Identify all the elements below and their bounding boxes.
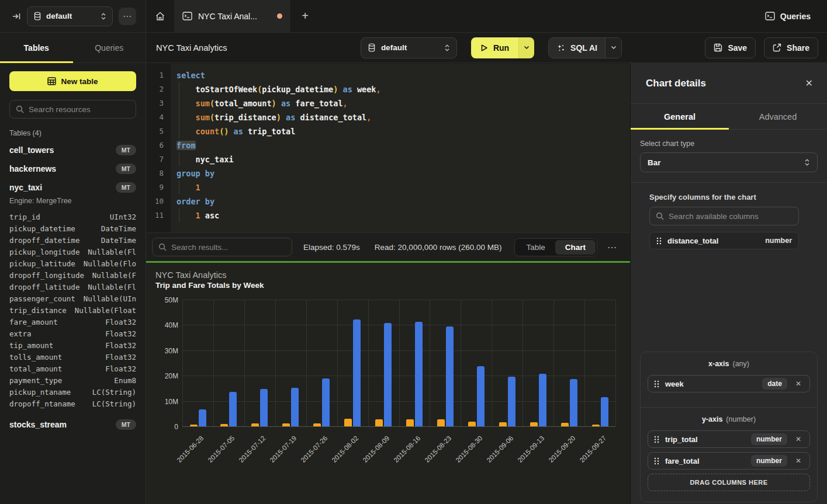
bar-trip-total [375, 419, 383, 426]
y-axis-section: y-axis(number) trip_totalnumber✕fare_tot… [641, 407, 817, 502]
column-list: trip_idUInt32pickup_datetimeDateTimedrop… [0, 211, 146, 409]
column-row: dropoff_datetimeDateTime [0, 234, 146, 246]
column-type: Nullable(Fl [88, 248, 136, 256]
chart-type-select[interactable]: Bar [640, 152, 818, 172]
column-name: pickup_datetime [9, 224, 75, 233]
view-toggle-table[interactable]: Table [516, 240, 555, 255]
y-tick-label: 50M [149, 296, 178, 304]
column-type: Nullable(UIn [84, 294, 136, 303]
column-type: Nullable(Flo [84, 259, 136, 268]
code-token [177, 155, 196, 164]
tab-nyc-taxi-analytics[interactable]: NYC Taxi Anal... [174, 0, 291, 32]
code-token: as [281, 99, 290, 108]
close-icon[interactable]: ✕ [805, 78, 813, 89]
save-button[interactable]: Save [705, 37, 756, 58]
run-database-selector[interactable]: default [361, 37, 457, 58]
gridline-v [244, 300, 245, 426]
y-axis-item-trip_total[interactable]: trip_totalnumber✕ [648, 430, 810, 448]
tab-advanced[interactable]: Advanced [729, 104, 827, 129]
editor-code[interactable]: select toStartOfWeek(pickup_datetime) as… [171, 64, 630, 232]
bar-trip-total [530, 422, 538, 426]
sidebar-tab-tables[interactable]: Tables [0, 33, 73, 62]
share-button[interactable]: Share [764, 37, 818, 58]
y-axis-hint: (number) [726, 415, 756, 423]
drop-zone[interactable]: DRAG COLUMNS HERE [648, 474, 810, 491]
results-search-input[interactable] [171, 243, 286, 252]
bar-trip-total [220, 424, 228, 426]
column-name: dropoff_longitude [9, 271, 84, 280]
new-tab-button[interactable]: + [291, 0, 319, 32]
tab-general[interactable]: General [631, 104, 729, 129]
drag-handle-icon [654, 457, 659, 465]
bar-fare-total [446, 326, 454, 426]
code-token: count [196, 127, 220, 136]
remove-icon[interactable]: ✕ [793, 435, 804, 443]
run-options-caret[interactable] [518, 37, 534, 58]
terminal-icon [182, 12, 192, 20]
bar-trip-total [282, 423, 290, 426]
code-line-10: order by [177, 194, 630, 208]
code-line-1: select [177, 68, 630, 82]
new-table-label: New table [61, 77, 98, 86]
queries-button[interactable]: Queries [765, 12, 811, 21]
results-search[interactable] [152, 238, 292, 256]
bar-fare-total [291, 388, 299, 426]
code-token: sum [196, 113, 210, 122]
sql-ai-main[interactable]: SQL AI [549, 38, 605, 58]
column-name: tip_amount [9, 341, 53, 350]
x-axis-header: x-axis(any) [648, 360, 810, 368]
column-type: Float32 [105, 318, 136, 326]
x-axis-item-week[interactable]: weekdate✕ [648, 375, 810, 392]
code-token: select [177, 71, 205, 80]
topbar-left: default ⋯ [0, 0, 146, 32]
new-table-button[interactable]: New table [9, 71, 136, 91]
available-column-distance_total[interactable]: distance_totalnumber [649, 232, 799, 249]
remove-icon[interactable]: ✕ [793, 457, 804, 465]
table-item-hackernews[interactable]: hackernewsMT [0, 159, 146, 178]
results-more-button[interactable]: ⋯ [607, 242, 617, 253]
code-token [338, 85, 342, 94]
code-token: week [357, 85, 376, 94]
code-token [229, 127, 233, 136]
chart-type-value: Bar [648, 158, 661, 167]
chart-panel: NYC Taxi Analytics Trip and Fare Totals … [146, 261, 630, 504]
view-toggle-chart[interactable]: Chart [555, 240, 596, 255]
collapse-sidebar-icon[interactable] [12, 12, 21, 21]
columns-search-input[interactable] [669, 212, 793, 221]
home-button[interactable] [146, 0, 174, 32]
sql-editor[interactable]: 1234567891011 select toStartOfWeek(picku… [146, 64, 630, 232]
search-icon [16, 105, 24, 113]
column-name: pickup_ntaname [9, 388, 71, 397]
column-type: Float32 [105, 353, 136, 362]
sidebar-more-button[interactable]: ⋯ [119, 8, 136, 25]
table-name: hackernews [9, 164, 56, 173]
sidebar-tab-queries[interactable]: Queries [73, 33, 146, 62]
code-line-7: nyc_taxi [177, 152, 630, 166]
sql-ai-caret[interactable] [605, 38, 621, 58]
sql-ai-button[interactable]: SQL AI [548, 37, 622, 58]
column-name: passenger_count [9, 294, 75, 303]
bar-trip-total [468, 422, 476, 426]
resource-search-input[interactable] [29, 105, 130, 114]
bar-trip-total [406, 419, 414, 426]
column-row: trip_distanceNullable(Float [0, 304, 146, 316]
y-axis-item-fare_total[interactable]: fare_totalnumber✕ [648, 452, 810, 470]
table-item-cell_towers[interactable]: cell_towersMT [0, 141, 146, 159]
database-selector[interactable]: default [27, 6, 113, 26]
column-row: dropoff_longitudeNullable(F [0, 269, 146, 281]
y-tick-label: 30M [149, 347, 178, 355]
remove-icon[interactable]: ✕ [793, 380, 804, 388]
resource-search[interactable] [9, 100, 136, 119]
table-item-stocks_stream[interactable]: stocks_streamMT [0, 415, 146, 434]
bar-trip-total [313, 423, 321, 426]
columns-search[interactable] [649, 207, 799, 225]
table-item-nyc_taxi[interactable]: nyc_taxiMT [0, 178, 146, 197]
column-row: tip_amountFloat32 [0, 339, 146, 351]
query-toolbar: NYC Taxi Analytics default Run [146, 33, 630, 63]
column-type: DateTime [101, 236, 136, 245]
run-button[interactable]: Run [471, 37, 534, 58]
run-button-main[interactable]: Run [471, 37, 518, 58]
bar-fare-total [415, 322, 423, 426]
code-line-8: group by [177, 166, 630, 180]
engine-badge: MT [116, 164, 136, 174]
